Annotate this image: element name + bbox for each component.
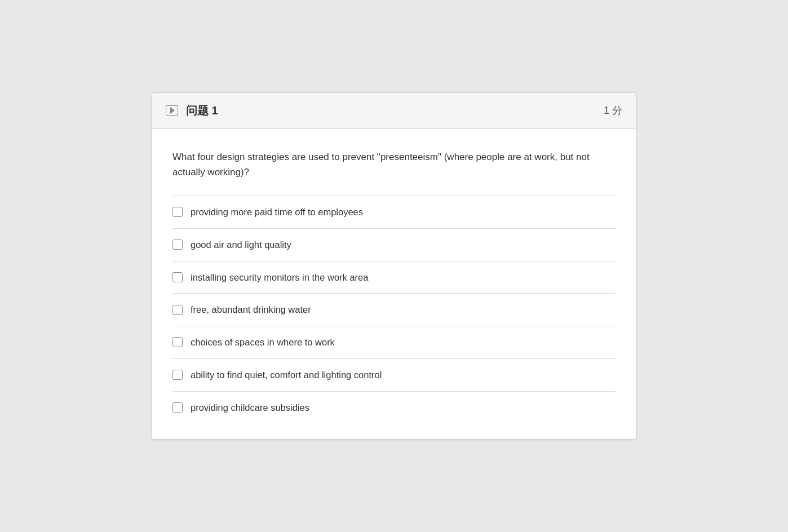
question-title: 问题 1 (186, 103, 218, 118)
list-item[interactable]: installing security monitors in the work… (172, 261, 616, 294)
question-text: What four design strategies are used to … (172, 149, 616, 180)
option-checkbox[interactable] (172, 305, 183, 315)
option-checkbox[interactable] (172, 272, 183, 282)
option-label[interactable]: ability to find quiet, comfort and light… (191, 368, 382, 382)
option-label[interactable]: providing childcare subsidies (191, 401, 309, 415)
question-score: 1 分 (604, 104, 622, 117)
options-list: providing more paid time off to employee… (172, 196, 616, 423)
question-header: 问题 1 1 分 (152, 93, 636, 129)
option-label[interactable]: good air and light quality (191, 238, 291, 252)
list-item[interactable]: free, abundant drinking water (172, 293, 616, 326)
option-label[interactable]: installing security monitors in the work… (191, 271, 368, 285)
list-item[interactable]: ability to find quiet, comfort and light… (172, 358, 616, 391)
question-body: What four design strategies are used to … (152, 129, 636, 440)
option-label[interactable]: free, abundant drinking water (191, 303, 311, 317)
option-checkbox[interactable] (172, 207, 183, 217)
option-checkbox[interactable] (172, 370, 183, 380)
option-label[interactable]: choices of spaces in where to work (191, 335, 335, 349)
header-left: 问题 1 (166, 103, 218, 118)
option-checkbox[interactable] (172, 240, 183, 250)
list-item[interactable]: providing more paid time off to employee… (172, 196, 616, 228)
question-card: 问题 1 1 分 What four design strategies are… (152, 92, 636, 440)
list-item[interactable]: providing childcare subsidies (172, 391, 616, 424)
list-item[interactable]: choices of spaces in where to work (172, 326, 616, 358)
flag-icon (166, 105, 178, 116)
option-checkbox[interactable] (172, 402, 183, 413)
option-checkbox[interactable] (172, 337, 183, 347)
option-label[interactable]: providing more paid time off to employee… (191, 205, 363, 219)
list-item[interactable]: good air and light quality (172, 228, 616, 261)
